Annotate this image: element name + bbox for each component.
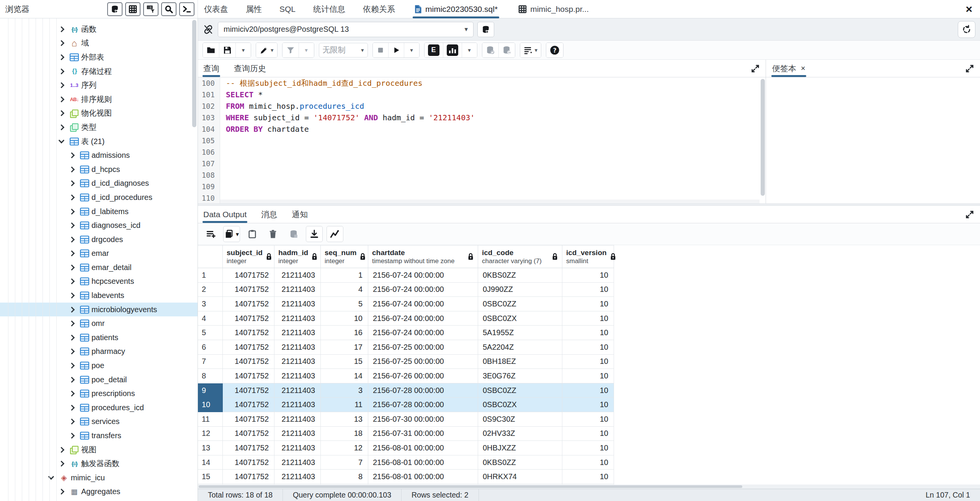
cell-hadm_id[interactable]: 21211403 <box>274 398 321 412</box>
editor-horizontal-scrollbar[interactable] <box>220 200 760 203</box>
cell-icd_code[interactable]: 0KBS0ZZ <box>478 268 562 283</box>
tree-item-transfers[interactable]: transfers <box>0 429 198 443</box>
cell-icd_code[interactable]: 0KBS0ZZ <box>478 455 562 470</box>
column-header-chartdate[interactable]: chartdatetimestamp without time zone <box>368 245 478 268</box>
cell-seq_num[interactable]: 16 <box>321 326 368 340</box>
cell-chartdate[interactable]: 2156-07-25 00:00:00 <box>368 355 478 369</box>
row-number-cell[interactable]: 4 <box>198 311 223 326</box>
cell-icd_version[interactable]: 10 <box>562 398 614 412</box>
column-header-icd_code[interactable]: icd_codecharacter varying (7) <box>478 245 562 268</box>
expand-results-icon[interactable] <box>965 210 974 219</box>
cell-icd_code[interactable]: 5A1955Z <box>478 326 562 340</box>
cell-chartdate[interactable]: 2156-07-30 00:00:00 <box>368 412 478 427</box>
filter-grid-icon[interactable] <box>143 2 158 16</box>
storage-manager-icon[interactable] <box>107 2 122 16</box>
tab-table-view[interactable]: mimic_hosp.pr... <box>517 0 590 18</box>
cell-subject_id[interactable]: 14071752 <box>223 470 274 484</box>
edit-menu-icon[interactable]: ▾ <box>256 43 277 57</box>
chevron-right-icon[interactable] <box>59 68 65 74</box>
cell-hadm_id[interactable]: 21211403 <box>274 268 321 283</box>
chevron-right-icon[interactable] <box>59 54 65 61</box>
chevron-right-icon[interactable] <box>69 278 75 285</box>
cell-seq_num[interactable]: 18 <box>321 427 368 441</box>
new-connection-button[interactable] <box>477 22 494 37</box>
tree-item--[interactable]: 触发器函数 <box>0 457 198 471</box>
tree-item-poe[interactable]: poe <box>0 359 198 373</box>
tree-item-emar_detail[interactable]: emar_detail <box>0 260 198 275</box>
tab-scratch-pad[interactable]: 便签本 × <box>772 60 805 77</box>
cell-icd_version[interactable]: 10 <box>562 311 614 326</box>
tree-item-drgcodes[interactable]: drgcodes <box>0 232 198 247</box>
chevron-right-icon[interactable] <box>59 489 65 495</box>
tree-item-hcpcsevents[interactable]: hcpcsevents <box>0 275 198 289</box>
chevron-right-icon[interactable] <box>59 447 65 453</box>
scratch-pad-input[interactable] <box>766 77 980 203</box>
cell-hadm_id[interactable]: 21211403 <box>274 455 321 470</box>
paste-icon[interactable] <box>244 226 261 242</box>
chevron-right-icon[interactable] <box>69 306 75 313</box>
cell-chartdate[interactable]: 2156-07-28 00:00:00 <box>368 383 478 398</box>
download-icon[interactable] <box>306 226 323 242</box>
rollback-icon[interactable] <box>498 43 515 57</box>
chevron-right-icon[interactable] <box>69 223 75 229</box>
cell-icd_version[interactable]: 10 <box>562 355 614 369</box>
tab-dependencies[interactable]: 依赖关系 <box>363 4 395 15</box>
cell-subject_id[interactable]: 14071752 <box>223 369 274 383</box>
cell-subject_id[interactable]: 14071752 <box>223 340 274 355</box>
tree-item-patients[interactable]: patients <box>0 331 198 345</box>
tree-item--[interactable]: 存储过程 <box>0 64 198 79</box>
editor-line[interactable]: 109 <box>198 181 766 192</box>
cell-seq_num[interactable]: 13 <box>321 412 368 427</box>
cell-icd_code[interactable]: 0HBJXZZ <box>478 441 562 455</box>
tree-item-prescriptions[interactable]: prescriptions <box>0 386 198 401</box>
editor-line[interactable]: 106 <box>198 146 766 158</box>
filter-dropdown-icon[interactable]: ▾ <box>299 43 314 57</box>
expand-scratch-pad-icon[interactable] <box>965 64 974 73</box>
table-row[interactable]: 51407175221211403162156-07-24 00:00:005A… <box>198 326 980 340</box>
cell-hadm_id[interactable]: 21211403 <box>274 326 321 340</box>
column-header-seq_num[interactable]: seq_numinteger <box>321 245 368 268</box>
chevron-right-icon[interactable] <box>69 405 75 411</box>
chevron-down-icon[interactable] <box>59 137 65 143</box>
chevron-right-icon[interactable] <box>59 40 65 46</box>
column-header-subject_id[interactable]: subject_idinteger <box>223 245 274 268</box>
cell-seq_num[interactable]: 11 <box>321 398 368 412</box>
stop-icon[interactable] <box>373 43 388 57</box>
save-dropdown-icon[interactable]: ▾ <box>235 43 251 57</box>
row-number-cell[interactable]: 15 <box>198 470 223 484</box>
cell-icd_version[interactable]: 10 <box>562 470 614 484</box>
tree-item--[interactable]: 类型 <box>0 120 198 134</box>
row-number-cell[interactable]: 10 <box>198 398 223 412</box>
cell-icd_code[interactable]: 02HV33Z <box>478 427 562 441</box>
tree-item-labevents[interactable]: labevents <box>0 288 198 303</box>
editor-line[interactable]: 101SELECT * <box>198 89 766 100</box>
cell-icd_code[interactable]: 0BH18EZ <box>478 355 562 369</box>
tab-sql[interactable]: SQL <box>279 5 296 14</box>
row-number-cell[interactable]: 3 <box>198 297 223 311</box>
chevron-right-icon[interactable] <box>69 265 75 271</box>
restore-layout-icon[interactable] <box>958 21 975 38</box>
editor-line[interactable]: 105 <box>198 135 766 146</box>
delete-row-icon[interactable] <box>265 226 281 242</box>
table-row[interactable]: 1140717522121140312156-07-24 00:00:000KB… <box>198 268 980 283</box>
cell-seq_num[interactable]: 8 <box>321 470 368 484</box>
cell-icd_version[interactable]: 10 <box>562 412 614 427</box>
cell-chartdate[interactable]: 2156-07-26 00:00:00 <box>368 369 478 383</box>
cell-seq_num[interactable]: 3 <box>321 383 368 398</box>
tree-item-d_labitems[interactable]: d_labitems <box>0 205 198 219</box>
cell-hadm_id[interactable]: 21211403 <box>274 427 321 441</box>
chevron-right-icon[interactable] <box>69 250 75 257</box>
editor-line[interactable]: 108 <box>198 169 766 181</box>
tree-item-omr[interactable]: omr <box>0 316 198 331</box>
table-row[interactable]: 15140717522121140382156-08-01 00:00:000H… <box>198 470 980 484</box>
chevron-right-icon[interactable] <box>59 124 65 131</box>
chevron-right-icon[interactable] <box>69 293 75 299</box>
tree-item--21-[interactable]: 表 (21) <box>0 134 198 149</box>
row-number-cell[interactable]: 7 <box>198 355 223 369</box>
cell-seq_num[interactable]: 4 <box>321 283 368 297</box>
tree-item-emar[interactable]: emar <box>0 247 198 261</box>
cell-chartdate[interactable]: 2156-08-01 00:00:00 <box>368 455 478 470</box>
cell-subject_id[interactable]: 14071752 <box>223 297 274 311</box>
tree-item-poe_detail[interactable]: poe_detail <box>0 373 198 387</box>
chevron-right-icon[interactable] <box>69 180 75 187</box>
